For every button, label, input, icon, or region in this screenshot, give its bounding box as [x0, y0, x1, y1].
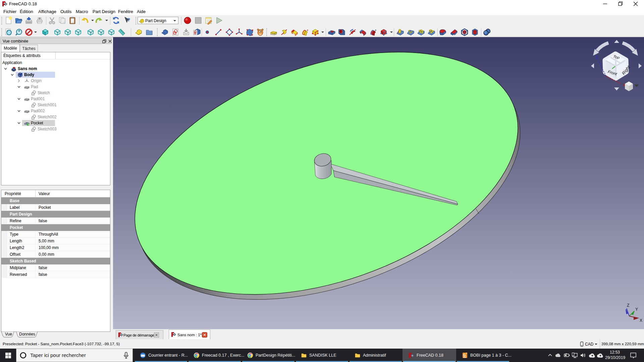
svg-text:?: ? — [127, 17, 130, 22]
svg-text:PDF: PDF — [463, 357, 466, 358]
svg-text:Données: Données — [19, 332, 35, 337]
svg-text:X: X — [640, 318, 642, 323]
svg-text:Y: Y — [635, 307, 638, 312]
svg-text:Z: Z — [627, 303, 629, 308]
svg-text:Z: Z — [596, 55, 598, 60]
svg-text:Vue: Vue — [5, 332, 12, 337]
